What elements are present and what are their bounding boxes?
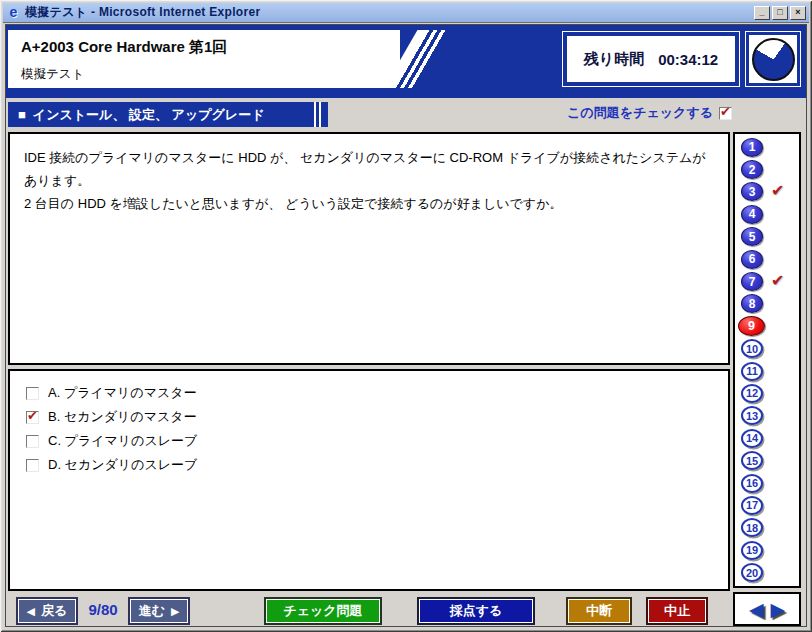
question-number-button[interactable]: 8 [741, 294, 763, 313]
question-nav-row: 15 [735, 450, 799, 471]
question-nav-row: 20 [735, 562, 799, 583]
answer-checkbox[interactable]: ✔ [26, 411, 39, 424]
diagonal-stripes-decoration [384, 30, 459, 88]
answer-option-label: A. プライマリのマスター [48, 384, 197, 402]
question-nav-row: 16 [735, 473, 799, 494]
question-nav-row: 8 [735, 293, 799, 314]
browser-window: e 模擬テスト - Microsoft Internet Explorer _ … [0, 0, 812, 632]
window-title: 模擬テスト - Microsoft Internet Explorer [25, 4, 260, 21]
forward-arrow-icon: ▶ [171, 605, 179, 618]
answer-option[interactable]: C. プライマリのスレーブ [26, 429, 728, 453]
answer-option[interactable]: ✔ B. セカンダリのマスター [26, 405, 728, 429]
timer-value: 00:34:12 [658, 51, 718, 68]
question-nav-row: 13 [735, 405, 799, 426]
question-number-button[interactable]: 1 [741, 138, 763, 157]
pager-prev-icon[interactable]: ◀ [749, 600, 764, 619]
answer-checkbox[interactable] [26, 459, 39, 472]
question-number-button[interactable]: 18 [741, 518, 763, 537]
check-icon: ✔ [27, 408, 38, 423]
answer-option[interactable]: D. セカンダリのスレーブ [26, 453, 728, 477]
category-bar: ■ インストール、 設定、 アップグレード [8, 102, 328, 127]
question-number-button[interactable]: 19 [741, 541, 763, 560]
square-bullet-icon: ■ [18, 107, 26, 122]
answer-checkbox[interactable] [26, 435, 39, 448]
question-number-button[interactable]: 3 [741, 182, 763, 201]
exam-subtitle: 模擬テスト [21, 66, 84, 83]
flag-check-icon: ✔ [771, 181, 784, 200]
flag-question-control: この問題をチェックする ✔ [426, 104, 732, 122]
question-nav-row: 2 [735, 159, 799, 180]
checked-questions-button[interactable]: チェック問題 [264, 597, 382, 625]
question-number-button[interactable]: 14 [741, 429, 763, 448]
category-label: インストール、 設定、 アップグレード [33, 106, 265, 124]
question-nav-row: 10 [735, 338, 799, 359]
question-number-button[interactable]: 5 [741, 227, 763, 246]
question-nav-row: 9 [735, 316, 799, 337]
header-band: A+2003 Core Hardware 第1回 模擬テスト 残り時間 00:3… [6, 25, 806, 98]
question-nav-list: 1 2 3 ✔ 4 5 6 7 ✔ 8 9 10 11 [733, 132, 801, 588]
flag-question-label: この問題をチェックする [567, 104, 713, 122]
timer-panel: 残り時間 00:34:12 [562, 31, 740, 87]
question-nav-row: 1 [735, 137, 799, 158]
question-nav-row: 5 [735, 226, 799, 247]
suspend-button[interactable]: 中断 [566, 597, 632, 625]
answer-options-box: A. プライマリのマスター ✔ B. セカンダリのマスター C. プライマリのス… [8, 369, 730, 591]
answer-option-label: C. プライマリのスレーブ [48, 432, 197, 450]
answer-option-label: D. セカンダリのスレーブ [48, 456, 197, 474]
question-nav-row: 11 [735, 361, 799, 382]
question-number-button[interactable]: 11 [741, 362, 763, 381]
question-number-button[interactable]: 15 [741, 451, 763, 470]
exam-title: A+2003 Core Hardware 第1回 [21, 38, 227, 57]
question-nav-row: 6 [735, 249, 799, 270]
answer-checkbox[interactable] [26, 387, 39, 400]
nav-pager-box: ◀ ▶ [733, 592, 801, 626]
question-number-button[interactable]: 2 [741, 160, 763, 179]
question-number-button[interactable]: 10 [741, 339, 763, 358]
pager-next-icon[interactable]: ▶ [771, 600, 786, 619]
question-text-box: IDE 接続のプライマリのマスターに HDD が、 セカンダリのマスターに CD… [8, 132, 730, 365]
time-remaining-pie-icon [752, 38, 795, 81]
timer-label: 残り時間 [584, 50, 644, 69]
title-bar: e 模擬テスト - Microsoft Internet Explorer _ … [3, 3, 809, 23]
question-number-button[interactable]: 20 [741, 563, 763, 582]
grade-button[interactable]: 採点する [417, 597, 535, 625]
question-number-button[interactable]: 16 [741, 474, 763, 493]
question-nav-row: 18 [735, 517, 799, 538]
back-arrow-icon: ◀ [27, 605, 35, 618]
question-nav-row: 4 [735, 204, 799, 225]
question-line: IDE 接続のプライマリのマスターに HDD が、 セカンダリのマスターに CD… [24, 146, 714, 192]
internet-explorer-icon: e [6, 5, 21, 20]
close-button[interactable]: × [790, 6, 806, 20]
flag-check-icon: ✔ [771, 271, 784, 290]
question-nav-row: 19 [735, 540, 799, 561]
question-number-button[interactable]: 12 [741, 384, 763, 403]
minimize-button[interactable]: _ [754, 6, 770, 20]
exam-title-box: A+2003 Core Hardware 第1回 模擬テスト [8, 30, 400, 88]
question-nav-row: 7 ✔ [735, 271, 799, 292]
question-nav-row: 3 ✔ [735, 181, 799, 202]
abort-button[interactable]: 中止 [646, 597, 708, 625]
check-icon: ✔ [720, 104, 731, 119]
question-position-indicator: 9/80 [80, 601, 126, 618]
client-area: A+2003 Core Hardware 第1回 模擬テスト 残り時間 00:3… [5, 24, 807, 627]
question-line: 2 台目の HDD を増設したいと思いますが、 どういう設定で接続するのが好まし… [24, 192, 714, 215]
question-number-button[interactable]: 7 [741, 272, 763, 291]
time-pie-panel [745, 31, 801, 87]
question-number-button[interactable]: 9 [738, 316, 765, 336]
question-number-button[interactable]: 13 [741, 406, 763, 425]
question-number-button[interactable]: 17 [741, 496, 763, 515]
answer-option[interactable]: A. プライマリのマスター [26, 381, 728, 405]
question-number-button[interactable]: 6 [741, 250, 763, 269]
answer-option-label: B. セカンダリのマスター [48, 408, 197, 426]
forward-button[interactable]: 進む ▶ [128, 597, 190, 625]
maximize-button[interactable]: □ [772, 6, 788, 20]
question-number-button[interactable]: 4 [741, 205, 763, 224]
question-nav-row: 12 [735, 383, 799, 404]
question-nav-row: 14 [735, 428, 799, 449]
back-button[interactable]: ◀ 戻る [16, 597, 78, 625]
flag-question-checkbox[interactable]: ✔ [719, 107, 732, 120]
question-nav-row: 17 [735, 495, 799, 516]
